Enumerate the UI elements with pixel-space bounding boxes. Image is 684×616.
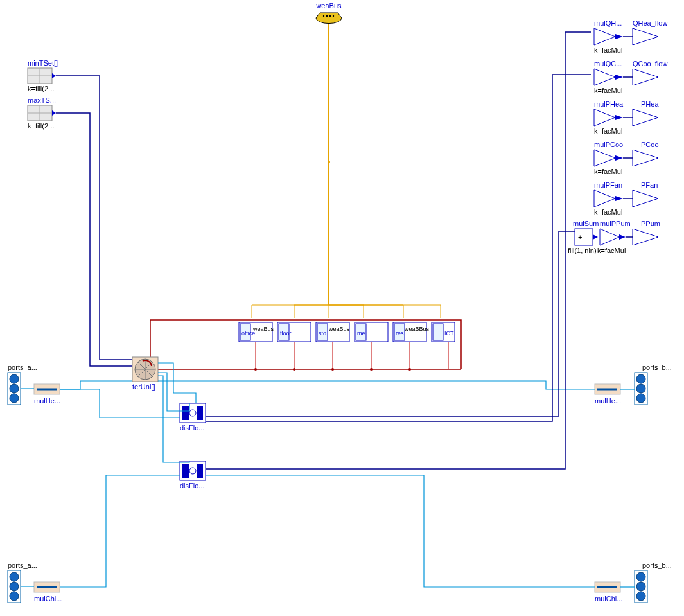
output-label: PFan: [641, 181, 658, 189]
zone-floor[interactable]: floor: [277, 322, 311, 342]
svg-rect-38: [182, 464, 189, 478]
gain-label: mulQH...: [594, 19, 622, 27]
gain-k: k=facMul: [594, 208, 622, 216]
zone-label: me...: [357, 330, 370, 337]
svg-point-1: [326, 15, 328, 17]
fluid-wire: [60, 475, 180, 587]
mulHe-a-top-label: mulHe...: [34, 397, 60, 405]
plus-icon: +: [578, 233, 582, 241]
maxTS-label: maxTS...: [28, 96, 56, 104]
zone-sto[interactable]: sto... weaBus: [316, 322, 350, 342]
output-QCoo[interactable]: QCoo_flow: [633, 60, 667, 85]
svg-point-58: [636, 582, 645, 591]
weabus-branch: [329, 305, 403, 318]
gain-label: mulPPum: [600, 220, 631, 227]
zone-strip: office weaBus floor sto... weaBus me... …: [239, 322, 455, 342]
maxTS-wire: [56, 113, 135, 366]
gain-k: k=facMul: [594, 168, 622, 175]
gain-mulPPum[interactable]: mulPPum k=facMul: [597, 220, 631, 254]
disFlo2-block[interactable]: [180, 461, 206, 480]
svg-rect-34: [182, 406, 189, 420]
svg-point-26: [408, 368, 411, 371]
terUni-label: terUni[]: [132, 383, 155, 391]
weabus-branch: [252, 305, 329, 318]
ports-b-top[interactable]: [635, 373, 647, 405]
disFlo1-block[interactable]: [180, 403, 206, 423]
gain-mulPHea[interactable]: mulPHea k=facMul: [594, 100, 624, 135]
svg-rect-39: [197, 464, 203, 478]
output-PCoo[interactable]: PCoo: [633, 141, 659, 166]
mulSum-block[interactable]: mulSum + fill(1, nin): [568, 220, 599, 254]
mulSum-label: mulSum: [573, 220, 599, 227]
disFlo2-label: disFlo...: [180, 482, 205, 489]
weabus-branch: [329, 305, 364, 318]
svg-point-49: [636, 394, 645, 403]
gain-k: k=facMul: [597, 247, 626, 254]
terUni-block[interactable]: [132, 357, 158, 382]
output-PPum[interactable]: PPum: [633, 220, 660, 245]
svg-point-0: [323, 15, 324, 17]
mulHe-b-top-label: mulHe...: [595, 397, 621, 405]
ports-b-bot-label: ports_b...: [642, 561, 672, 569]
gain-k: k=facMul: [594, 46, 622, 54]
ports-a-top[interactable]: [8, 373, 21, 405]
output-label: PCoo: [641, 141, 659, 148]
output-PFan[interactable]: PFan: [633, 181, 658, 207]
svg-point-24: [331, 368, 334, 371]
weabus-label: weaBus: [315, 2, 342, 10]
svg-point-47: [636, 374, 645, 383]
gain-mulQC[interactable]: mulQC... k=facMul: [594, 60, 623, 94]
disFlo1-label: disFlo...: [180, 424, 205, 432]
fluid-wire: [206, 475, 595, 587]
mulSum-fill: fill(1, nin): [568, 247, 597, 254]
svg-point-43: [10, 384, 19, 393]
svg-point-25: [370, 368, 373, 371]
svg-point-44: [10, 394, 19, 403]
heat-bus-lower: [150, 360, 461, 369]
output-QHea[interactable]: QHea_flow: [633, 19, 667, 45]
svg-rect-35: [197, 406, 203, 420]
weabus-branch: [294, 305, 329, 318]
ports-b-top-label: ports_b...: [642, 364, 672, 371]
ports-a-top-label: ports_a...: [8, 364, 37, 371]
svg-point-3: [333, 15, 334, 17]
output-label: QHea_flow: [633, 19, 667, 27]
zone-label: floor: [280, 330, 292, 337]
maxTS-k: k=fill(2...: [28, 122, 54, 130]
zone-me[interactable]: me...: [355, 322, 388, 342]
weabus-node: [328, 161, 330, 163]
zone-weabus: weaBBus: [404, 326, 430, 332]
svg-point-23: [293, 368, 295, 371]
gain-label: mulPCoo: [594, 141, 623, 148]
svg-point-42: [10, 374, 19, 383]
gain-mulQH[interactable]: mulQH... k=facMul: [594, 19, 623, 54]
svg-point-48: [636, 384, 645, 393]
weabus-branch: [329, 305, 441, 318]
gain-label: mulPFan: [594, 181, 622, 189]
zone-weabus: weaBus: [328, 326, 350, 332]
gain-k: k=facMul: [594, 87, 622, 94]
output-PHea[interactable]: PHea: [633, 100, 659, 126]
mulChi-a-bot-label: mulChi...: [34, 595, 62, 603]
gain-mulPCoo[interactable]: mulPCoo k=facMul: [594, 141, 623, 175]
maxTS-block[interactable]: maxTS... k=fill(2...: [28, 96, 56, 130]
zone-res[interactable]: res... weaBBus: [393, 322, 430, 342]
fluid-wire: [60, 389, 180, 418]
ports-a-bot[interactable]: [8, 570, 21, 603]
minTSet-k: k=fill(2...: [28, 85, 54, 92]
svg-point-36: [189, 410, 196, 416]
svg-point-57: [636, 572, 645, 581]
minTSet-label: minTSet[]: [28, 59, 58, 67]
minTSet-block[interactable]: minTSet[] k=fill(2...: [28, 59, 58, 92]
svg-point-22: [254, 368, 257, 371]
svg-rect-21: [433, 324, 443, 340]
svg-point-59: [636, 592, 645, 601]
svg-point-2: [329, 15, 331, 17]
minTSet-wire: [56, 76, 135, 360]
weabus-connector[interactable]: [316, 13, 342, 24]
zone-office[interactable]: office weaBus: [239, 322, 274, 342]
ports-a-bot-label: ports_a...: [8, 561, 37, 569]
gain-mulPFan[interactable]: mulPFan k=facMul: [594, 181, 623, 216]
zone-ict[interactable]: ICT: [432, 322, 455, 342]
ports-b-bot[interactable]: [635, 570, 647, 603]
